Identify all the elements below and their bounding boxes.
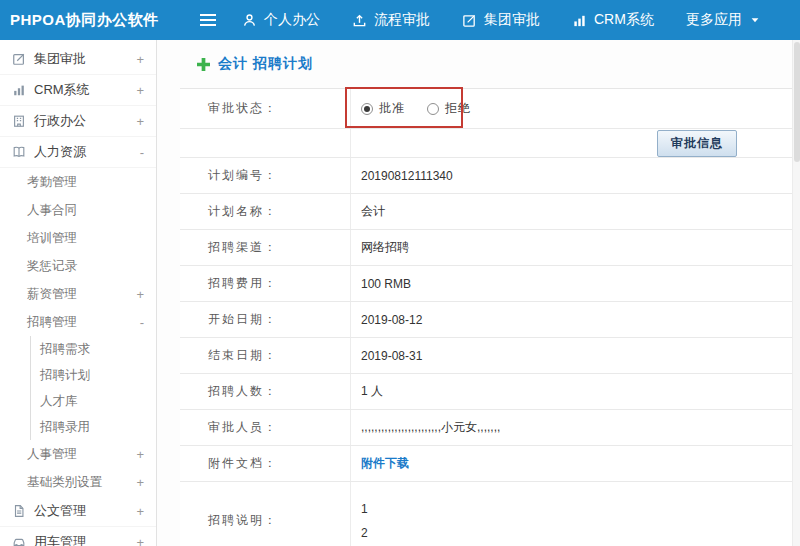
sidebar-item-admin-office[interactable]: 行政办公+: [0, 106, 156, 137]
sidebar-item-recruit-plan[interactable]: 招聘计划: [30, 362, 156, 388]
form-row-recruit-note: 招聘说明：12: [180, 482, 792, 546]
form-row-recruit-count: 招聘人数：1 人: [180, 374, 792, 410]
nav-item-label: 个人办公: [264, 11, 320, 29]
sidebar-item-personnel[interactable]: 人事管理+: [0, 440, 156, 468]
field-label: 结束日期：: [180, 338, 350, 373]
field-label: 招聘人数：: [180, 374, 350, 409]
field-label: 审批状态：: [180, 89, 350, 128]
document-icon: [12, 504, 26, 518]
page-title: 会计 招聘计划: [218, 55, 313, 73]
sidebar-item-vehicle-mgmt[interactable]: 用车管理+: [0, 527, 156, 546]
sidebar-item-document-mgmt[interactable]: 公文管理+: [0, 496, 156, 527]
approval-info-button[interactable]: 审批信息: [657, 130, 737, 157]
collapse-icon[interactable]: -: [140, 315, 144, 330]
expand-icon[interactable]: +: [136, 504, 144, 519]
field-label: 招聘渠道：: [180, 230, 350, 265]
form-row-attachment: 附件文档：附件下载: [180, 446, 792, 482]
nav-item-label: 流程审批: [374, 11, 430, 29]
sidebar-item-label: 人力资源: [34, 143, 140, 161]
field-value-line: 2: [361, 526, 368, 540]
flow-icon: [352, 13, 367, 28]
field-value: 1 人: [350, 374, 792, 409]
expand-icon[interactable]: +: [136, 52, 144, 67]
sidebar-item-label: 招聘录用: [40, 419, 144, 436]
caret-down-icon: [749, 14, 761, 26]
nav-item-crm-system[interactable]: CRM系统: [556, 0, 670, 40]
expand-icon[interactable]: +: [136, 114, 144, 129]
app-logo: PHPOA协同办公软件: [0, 11, 190, 30]
field-label: 招聘费用：: [180, 266, 350, 301]
person-icon: [242, 13, 257, 28]
field-label: 开始日期：: [180, 302, 350, 337]
sidebar-item-label: 集团审批: [34, 50, 136, 68]
scrollbar-thumb[interactable]: [794, 42, 800, 162]
form-row-recruit-channel: 招聘渠道：网络招聘: [180, 230, 792, 266]
expand-icon[interactable]: +: [136, 83, 144, 98]
hamburger-menu-icon[interactable]: [190, 13, 226, 27]
sidebar-item-crm-system[interactable]: CRM系统+: [0, 75, 156, 106]
expand-icon[interactable]: +: [136, 475, 144, 490]
radio-option-approve[interactable]: 批准: [361, 100, 405, 117]
field-value: ,,,,,,,,,,,,,,,,,,,,,,,,小元女,,,,,,,: [350, 410, 792, 445]
attachment-download-link[interactable]: 附件下载: [361, 455, 409, 472]
sidebar-item-base-category[interactable]: 基础类别设置+: [0, 468, 156, 496]
nav-item-more-apps[interactable]: 更多应用: [670, 0, 777, 40]
radio-unselected-icon[interactable]: [427, 103, 439, 115]
form-row-approval-status: 审批状态： 批准拒绝: [180, 89, 792, 129]
sidebar-item-label: 人事管理: [27, 446, 136, 463]
sidebar-item-label: 招聘需求: [40, 341, 144, 358]
radio-label: 批准: [379, 100, 405, 117]
add-icon: [197, 58, 210, 71]
expand-icon[interactable]: +: [136, 535, 144, 546]
radio-label: 拒绝: [445, 100, 471, 117]
field-label: 招聘说明：: [180, 482, 350, 546]
sidebar-item-recruit-hire[interactable]: 招聘录用: [30, 414, 156, 440]
sidebar-item-label: 考勤管理: [27, 174, 144, 191]
sidebar-item-talent-pool[interactable]: 人才库: [30, 388, 156, 414]
field-label: 计划名称：: [180, 194, 350, 229]
field-value: 100 RMB: [350, 266, 792, 301]
sidebar-item-hr-contract[interactable]: 人事合同: [0, 196, 156, 224]
field-value: 2019-08-31: [350, 338, 792, 373]
expand-icon[interactable]: +: [136, 287, 144, 302]
top-nav: 个人办公流程审批集团审批CRM系统更多应用: [226, 0, 777, 40]
sidebar-item-salary[interactable]: 薪资管理+: [0, 280, 156, 308]
sidebar-item-label: 培训管理: [27, 230, 144, 247]
sidebar-item-group-approval[interactable]: 集团审批+: [0, 44, 156, 75]
nav-item-process-approval[interactable]: 流程审批: [336, 0, 446, 40]
radio-selected-icon[interactable]: [361, 103, 373, 115]
sidebar-item-label: 招聘管理: [27, 314, 140, 331]
sidebar-item-label: 用车管理: [34, 533, 136, 546]
field-label: [180, 129, 350, 157]
content-header: 会计 招聘计划: [157, 40, 792, 88]
form-row-recruit-cost: 招聘费用：100 RMB: [180, 266, 792, 302]
building-icon: [12, 114, 26, 128]
chart-icon: [12, 83, 26, 97]
sidebar-item-attendance[interactable]: 考勤管理: [0, 168, 156, 196]
nav-item-personal-office[interactable]: 个人办公: [226, 0, 336, 40]
sidebar-item-label: 奖惩记录: [27, 258, 144, 275]
collapse-icon[interactable]: -: [140, 145, 144, 160]
expand-icon[interactable]: +: [136, 447, 144, 462]
field-value-line: 1: [361, 502, 368, 516]
nav-item-group-approval[interactable]: 集团审批: [446, 0, 556, 40]
sidebar-item-human-resources[interactable]: 人力资源-: [0, 137, 156, 168]
sidebar-item-label: 人才库: [40, 393, 144, 410]
book-icon: [12, 145, 26, 159]
field-label: 审批人员：: [180, 410, 350, 445]
vertical-scrollbar[interactable]: [792, 40, 800, 546]
sidebar-item-rewards[interactable]: 奖惩记录: [0, 252, 156, 280]
field-value: 20190812111340: [350, 158, 792, 193]
sidebar-item-label: CRM系统: [34, 81, 136, 99]
field-value: 附件下载: [350, 446, 792, 481]
nav-item-label: 集团审批: [484, 11, 540, 29]
radio-option-reject[interactable]: 拒绝: [427, 100, 471, 117]
sidebar-item-recruitment[interactable]: 招聘管理-: [0, 308, 156, 336]
sidebar-item-label: 人事合同: [27, 202, 144, 219]
sidebar-item-recruit-demand[interactable]: 招聘需求: [30, 336, 156, 362]
field-value: 会计: [350, 194, 792, 229]
edit-icon: [12, 52, 26, 66]
form-row-end-date: 结束日期：2019-08-31: [180, 338, 792, 374]
sidebar-item-training[interactable]: 培训管理: [0, 224, 156, 252]
actions-cell: 审批信息: [350, 129, 792, 157]
